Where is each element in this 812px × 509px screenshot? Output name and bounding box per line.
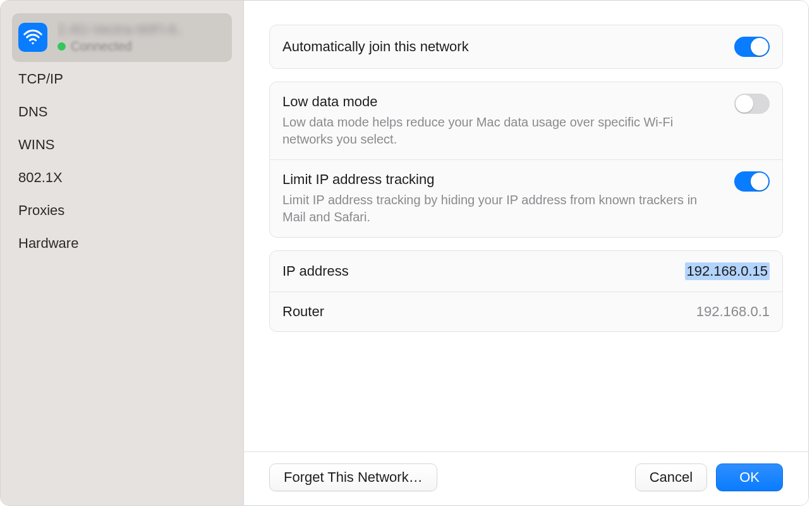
sidebar-item-wifi-network[interactable]: 2.4G-Vectra-WiFi-6.. Connected xyxy=(12,13,232,62)
group-addresses: IP address 192.168.0.15 Router 192.168.0… xyxy=(269,250,783,332)
main-panel: Automatically join this network Low data… xyxy=(244,1,808,505)
router-label: Router xyxy=(282,304,684,320)
low-data-toggle[interactable] xyxy=(734,94,770,114)
sidebar-item-label: 802.1X xyxy=(18,169,63,186)
sidebar-item-hardware[interactable]: Hardware xyxy=(12,228,232,259)
sidebar: 2.4G-Vectra-WiFi-6.. Connected TCP/IP DN… xyxy=(1,1,244,505)
network-name: 2.4G-Vectra-WiFi-6.. xyxy=(58,21,184,39)
sidebar-item-label: DNS xyxy=(18,104,47,120)
cancel-button[interactable]: Cancel xyxy=(635,463,707,491)
sidebar-item-label: Hardware xyxy=(18,235,78,252)
status-dot-icon xyxy=(58,42,66,51)
row-auto-join: Automatically join this network xyxy=(270,25,782,68)
wifi-icon xyxy=(18,23,47,52)
sidebar-item-wins[interactable]: WINS xyxy=(12,129,232,161)
auto-join-toggle[interactable] xyxy=(734,37,770,57)
limit-ip-desc: Limit IP address tracking by hiding your… xyxy=(282,192,722,226)
router-value: 192.168.0.1 xyxy=(696,304,770,320)
ip-label: IP address xyxy=(282,263,672,279)
svg-point-0 xyxy=(32,42,33,44)
network-settings-window: 2.4G-Vectra-WiFi-6.. Connected TCP/IP DN… xyxy=(0,0,809,506)
sidebar-item-proxies[interactable]: Proxies xyxy=(12,195,232,226)
row-low-data: Low data mode Low data mode helps reduce… xyxy=(270,82,782,159)
ip-value[interactable]: 192.168.0.15 xyxy=(685,262,770,280)
ok-button[interactable]: OK xyxy=(716,463,783,491)
sidebar-item-8021x[interactable]: 802.1X xyxy=(12,162,232,193)
limit-ip-toggle[interactable] xyxy=(734,171,770,192)
sidebar-item-label: TCP/IP xyxy=(18,71,63,87)
row-router: Router 192.168.0.1 xyxy=(270,291,782,331)
sidebar-item-label: WINS xyxy=(18,137,54,153)
row-limit-ip: Limit IP address tracking Limit IP addre… xyxy=(270,159,782,237)
sidebar-item-label: Proxies xyxy=(18,202,64,219)
sidebar-item-tcpip[interactable]: TCP/IP xyxy=(12,63,232,95)
row-ip-address: IP address 192.168.0.15 xyxy=(270,251,782,291)
low-data-title: Low data mode xyxy=(282,94,722,110)
forget-network-button[interactable]: Forget This Network… xyxy=(269,463,437,491)
low-data-desc: Low data mode helps reduce your Mac data… xyxy=(282,114,722,148)
footer: Forget This Network… Cancel OK xyxy=(244,451,808,505)
network-status: Connected xyxy=(71,39,132,54)
group-auto-join: Automatically join this network xyxy=(269,25,783,69)
content: Automatically join this network Low data… xyxy=(244,1,808,451)
auto-join-title: Automatically join this network xyxy=(282,39,722,55)
sidebar-item-dns[interactable]: DNS xyxy=(12,96,232,128)
limit-ip-title: Limit IP address tracking xyxy=(282,171,722,188)
group-data-options: Low data mode Low data mode helps reduce… xyxy=(269,82,783,238)
